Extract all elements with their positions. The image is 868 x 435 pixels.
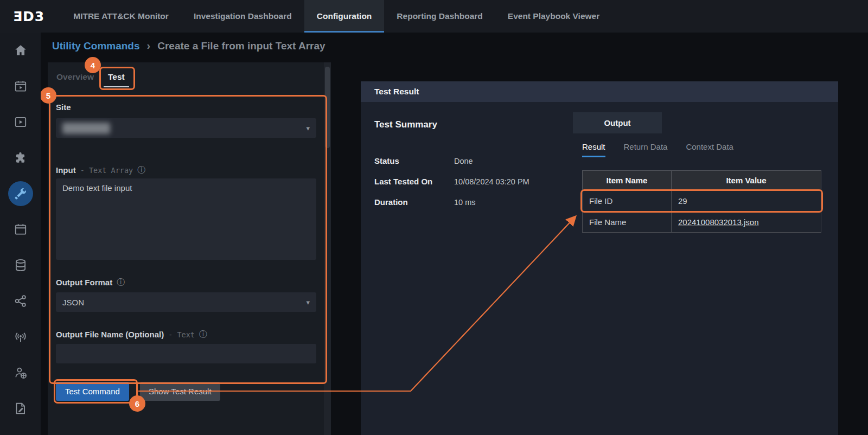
- chevron-down-icon: ▾: [306, 298, 310, 306]
- sidebar-item-data[interactable]: [0, 247, 41, 283]
- table-row-file-id: File ID 29: [583, 190, 821, 212]
- nav-reporting-dashboard[interactable]: Reporting Dashboard: [384, 0, 495, 33]
- test-summary-heading: Test Summary: [374, 119, 437, 130]
- document-edit-icon: [8, 396, 33, 421]
- share-nodes-icon: [8, 289, 33, 314]
- nav-mitre-attack-monitor[interactable]: MITRE ATT&CK Monitor: [61, 0, 181, 33]
- test-result-panel: Test Result Test Summary Status Done Las…: [361, 81, 838, 435]
- info-icon[interactable]: ⓘ: [137, 165, 145, 175]
- cell-item-value: 29: [672, 190, 821, 212]
- summary-label: Status: [374, 156, 454, 165]
- output-format-label-text: Output Format: [56, 278, 112, 287]
- result-table: Item Name Item Value File ID 29 File Nam…: [582, 170, 821, 233]
- summary-value: Done: [454, 157, 473, 165]
- summary-row-status: Status Done: [374, 156, 473, 165]
- input-label-text: Input: [56, 165, 76, 175]
- site-select[interactable]: ▾: [56, 118, 316, 138]
- calendar-play-icon: [8, 74, 33, 99]
- test-result-header: Test Result: [361, 81, 838, 102]
- tab-return-data[interactable]: Return Data: [624, 142, 668, 157]
- tab-overview[interactable]: Overview: [52, 70, 98, 86]
- tab-output[interactable]: Output: [573, 112, 662, 133]
- broadcast-icon: [8, 324, 33, 349]
- test-command-button[interactable]: Test Command: [56, 382, 129, 401]
- summary-value: 10/08/2024 03:20 PM: [454, 177, 529, 186]
- video-play-icon: [8, 110, 33, 135]
- top-nav: ƎD3 MITRE ATT&CK Monitor Investigation D…: [0, 0, 868, 33]
- summary-label: Duration: [374, 197, 454, 207]
- nav-investigation-dashboard[interactable]: Investigation Dashboard: [181, 0, 304, 33]
- breadcrumb-utility-commands[interactable]: Utility Commands: [52, 40, 140, 52]
- sidebar-item-utility-commands[interactable]: [0, 176, 41, 212]
- tab-result[interactable]: Result: [582, 142, 605, 157]
- database-icon: [8, 253, 33, 278]
- sidebar-item-schedule[interactable]: [0, 212, 41, 247]
- file-name-link[interactable]: 20241008032013.json: [678, 218, 758, 227]
- info-icon[interactable]: ⓘ: [117, 277, 125, 287]
- sidebar-item-incidents[interactable]: [0, 68, 41, 104]
- cell-item-value: 20241008032013.json: [672, 212, 821, 233]
- info-icon[interactable]: ⓘ: [199, 329, 207, 340]
- output-format-select[interactable]: JSON ▾: [56, 292, 316, 312]
- annotation-step-5: 5: [40, 87, 56, 104]
- cell-item-name: File Name: [583, 212, 672, 233]
- column-header-item-name: Item Name: [583, 171, 672, 190]
- output-file-name-input[interactable]: [56, 344, 316, 363]
- sidebar-item-user-access[interactable]: [0, 355, 41, 391]
- panel-scrollbar-track: [324, 62, 331, 435]
- breadcrumb-chevron-icon: ›: [147, 40, 151, 52]
- screen: ƎD3 MITRE ATT&CK Monitor Investigation D…: [0, 0, 868, 435]
- table-header-row: Item Name Item Value: [583, 171, 821, 190]
- breadcrumb: Utility Commands › Create a File from in…: [41, 33, 868, 60]
- chevron-down-icon: ▾: [306, 124, 310, 132]
- icon-sidebar: [0, 33, 41, 435]
- d3-logo[interactable]: ƎD3: [0, 0, 61, 33]
- user-globe-icon: [8, 360, 33, 385]
- summary-row-last-tested: Last Tested On 10/08/2024 03:20 PM: [374, 177, 529, 186]
- site-field-label: Site: [56, 103, 71, 112]
- nav-event-playbook-viewer[interactable]: Event Playbook Viewer: [495, 0, 612, 33]
- tools-icon: [8, 181, 33, 206]
- calendar-icon: [8, 217, 33, 242]
- output-file-name-label-text: Output File Name (Optional): [56, 330, 164, 339]
- input-textarea[interactable]: Demo text file input: [56, 178, 316, 260]
- cell-item-name: File ID: [583, 190, 672, 212]
- output-sub-tabs: Result Return Data Context Data: [582, 142, 733, 157]
- site-label-text: Site: [56, 103, 71, 112]
- summary-value: 10 ms: [454, 198, 476, 207]
- site-value-redacted: [62, 123, 110, 134]
- input-type-hint: - Text Array: [80, 166, 133, 175]
- output-format-label: Output Format ⓘ: [56, 277, 125, 287]
- output-file-name-type-hint: - Text: [168, 330, 195, 339]
- summary-row-duration: Duration 10 ms: [374, 197, 476, 207]
- sidebar-item-integrations[interactable]: [0, 140, 41, 176]
- sidebar-item-live-feeds[interactable]: [0, 319, 41, 355]
- puzzle-icon: [8, 145, 33, 170]
- command-test-panel: Overview Test 4 5 Site ▾ Input - Text Ar…: [48, 62, 331, 435]
- output-file-name-label: Output File Name (Optional) - Text ⓘ: [56, 329, 207, 340]
- show-test-result-button[interactable]: Show Test Result: [140, 382, 220, 401]
- sidebar-item-home[interactable]: [0, 33, 41, 68]
- sidebar-item-connections[interactable]: [0, 283, 41, 319]
- tab-context-data[interactable]: Context Data: [686, 142, 733, 157]
- output-format-value: JSON: [62, 298, 84, 307]
- tab-test[interactable]: Test: [104, 70, 129, 87]
- nav-configuration[interactable]: Configuration: [304, 0, 385, 33]
- table-row-file-name: File Name 20241008032013.json: [583, 212, 821, 233]
- sidebar-item-playbooks[interactable]: [0, 104, 41, 140]
- column-header-item-value: Item Value: [672, 171, 821, 190]
- sidebar-item-reports[interactable]: [0, 391, 41, 426]
- panel-scrollbar-thumb[interactable]: [325, 67, 330, 148]
- home-icon: [8, 38, 33, 63]
- input-field-label: Input - Text Array ⓘ: [56, 165, 145, 175]
- summary-label: Last Tested On: [374, 177, 454, 186]
- test-result-title: Test Result: [374, 87, 419, 97]
- breadcrumb-current-page: Create a File from input Text Array: [157, 40, 325, 52]
